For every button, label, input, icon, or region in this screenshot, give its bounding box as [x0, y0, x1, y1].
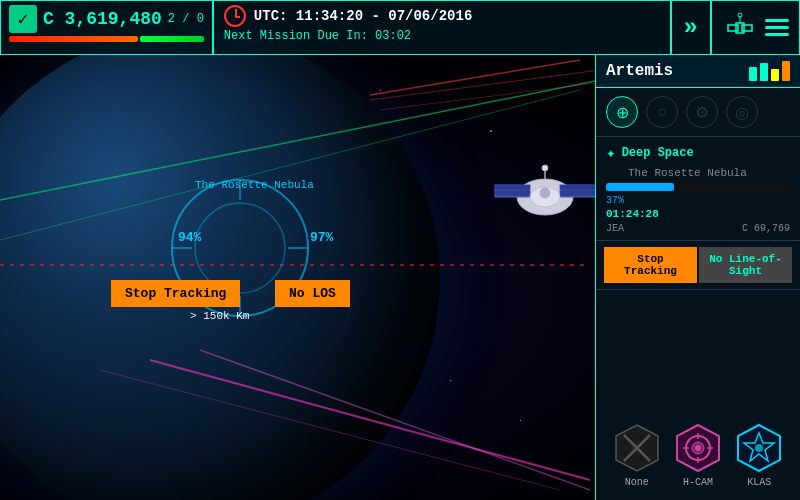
menu-line-2: [765, 26, 789, 29]
circle-icon-btn[interactable]: ○: [646, 96, 678, 128]
none-weapon-hex: [612, 423, 662, 473]
progress-bar-container: [606, 183, 790, 191]
skip-button[interactable]: »: [671, 0, 711, 55]
hud-right-icons: [711, 0, 800, 55]
target-icon-btn[interactable]: ⊕: [606, 96, 638, 128]
mission-type-icon: ✦: [606, 143, 616, 163]
skip-arrows-icon: »: [684, 14, 698, 41]
mission-type: Deep Space: [622, 146, 694, 160]
no-los-map-button[interactable]: No LOS: [275, 280, 350, 307]
hcam-weapon-hex: [673, 423, 723, 473]
credits-value: C 3,619,480: [43, 9, 162, 29]
none-weapon-label: None: [625, 477, 649, 488]
svg-point-44: [755, 444, 763, 452]
panel-stop-tracking-btn[interactable]: Stop Tracking: [604, 247, 697, 283]
health-bar-red: [9, 36, 138, 42]
klas-weapon-label: KLAS: [747, 477, 771, 488]
menu-icon[interactable]: [765, 19, 789, 36]
right-panel: Artemis ⊕ ○ ⚙ ◎ ✦ Deep Space The Rosette…: [595, 55, 800, 500]
mission-count: 2 / 0: [168, 12, 204, 26]
satellite-icon[interactable]: [722, 10, 757, 45]
target-icon: ⊕: [616, 103, 629, 122]
gear-icon: ⚙: [695, 103, 709, 122]
gear-icon-btn[interactable]: ⚙: [686, 96, 718, 128]
distance-label: > 150k Km: [190, 310, 249, 322]
svg-rect-17: [495, 185, 530, 189]
stop-tracking-map-button[interactable]: Stop Tracking: [111, 280, 240, 307]
clock-icon: [224, 5, 246, 27]
circle-icon: ○: [657, 103, 667, 121]
hud-credits-panel: ✓ C 3,619,480 2 / 0: [0, 0, 213, 55]
panel-status-bars: [749, 61, 790, 81]
svg-point-23: [540, 188, 550, 198]
next-mission-due: Next Mission Due In: 03:02: [224, 29, 660, 43]
weapon-slot-hcam[interactable]: H-CAM: [673, 423, 723, 488]
panel-icons-row: ⊕ ○ ⚙ ◎: [596, 88, 800, 137]
mission-target: The Rosette Nebula: [628, 167, 790, 179]
weapon-slot-klas[interactable]: KLAS: [734, 423, 784, 488]
svg-point-37: [695, 445, 701, 451]
mission-progress-text: 37%: [606, 195, 790, 206]
mission-time: 01:24:28: [606, 208, 790, 220]
svg-rect-21: [560, 191, 595, 195]
crosshair-icon-btn[interactable]: ◎: [726, 96, 758, 128]
utc-time: UTC: 11:34:20 - 07/06/2016: [254, 8, 472, 24]
panel-title: Artemis: [606, 62, 673, 80]
svg-rect-18: [495, 191, 530, 195]
top-hud: ✓ C 3,619,480 2 / 0 UTC: 11:34:20 - 07/0…: [0, 0, 800, 55]
status-bar-2: [760, 63, 768, 81]
mission-section: ✦ Deep Space The Rosette Nebula 37% 01:2…: [596, 137, 800, 241]
mission-reward: C 69,769: [742, 223, 790, 234]
crosshair-icon: ◎: [735, 103, 749, 122]
klas-weapon-hex: [734, 423, 784, 473]
health-bar-green: [140, 36, 204, 42]
panel-buttons-row: Stop Tracking No Line-of-Sight: [596, 241, 800, 290]
status-bar-4: [782, 61, 790, 81]
weapon-icons-row: None H-CAM KLAS: [596, 411, 800, 500]
svg-rect-20: [560, 185, 595, 189]
menu-line-3: [765, 33, 789, 36]
svg-point-25: [542, 165, 548, 171]
spacecraft: [490, 155, 600, 240]
progress-bar-fill: [606, 183, 674, 191]
hcam-weapon-label: H-CAM: [683, 477, 713, 488]
status-bar-3: [771, 69, 779, 81]
weapon-slot-none[interactable]: None: [612, 423, 662, 488]
status-bar-1: [749, 67, 757, 81]
hud-time-panel: UTC: 11:34:20 - 07/06/2016 Next Mission …: [213, 0, 671, 55]
panel-no-los-btn[interactable]: No Line-of-Sight: [699, 247, 792, 283]
panel-header: Artemis: [596, 55, 800, 88]
mission-org: JEA: [606, 223, 624, 234]
menu-line-1: [765, 19, 789, 22]
